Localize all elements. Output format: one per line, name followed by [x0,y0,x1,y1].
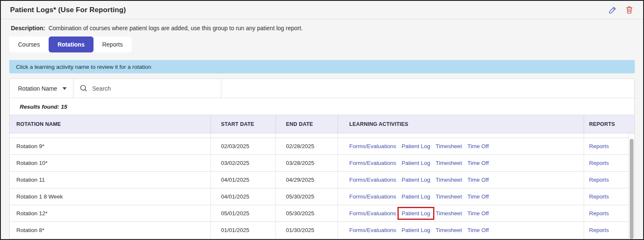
tab-rotations[interactable]: Rotations [49,37,93,52]
info-banner-text: Click a learning activity name to review… [16,64,151,70]
results-label: Results found: [20,104,60,110]
start-date-cell: 05/01/2025 [211,205,276,222]
search-field-select[interactable]: Rotation Name [10,79,73,98]
description-text: Combination of courses where patient log… [49,25,303,31]
start-date-cell: 03/02/2025 [211,155,276,171]
table-body: Rotation 9*02/03/202502/28/2025Forms/Eva… [10,133,634,239]
activity-link-timesheet[interactable]: Timesheet [436,193,462,200]
reports-link[interactable]: Reports [589,177,609,183]
table-row: Rotation 9*02/03/202502/28/2025Forms/Eva… [10,138,628,155]
activity-link-timesheet[interactable]: Timesheet [436,160,462,166]
rotation-name-cell: Rotation 11 [10,172,211,188]
table-header: ROTATION NAMESTART DATEEND DATELEARNING … [10,115,634,133]
activity-link-time-off[interactable]: Time Off [467,143,489,149]
search-input[interactable] [92,85,214,92]
start-date-cell: 04/01/2025 [211,172,276,188]
activity-link-patient-log[interactable]: Patient Log [402,177,430,183]
activity-link-forms-evaluations[interactable]: Forms/Evaluations [349,227,396,233]
description-label: Description: [11,25,45,31]
activity-link-timesheet[interactable]: Timesheet [436,227,462,233]
table-row: Rotation 1104/01/202504/29/2025Forms/Eva… [10,172,628,188]
tab-courses[interactable]: Courses [9,37,49,52]
activity-link-forms-evaluations[interactable]: Forms/Evaluations [349,160,396,166]
column-header: ROTATION NAME [10,115,211,133]
learning-activities-cell: Forms/EvaluationsPatient LogTimesheetTim… [338,155,584,171]
info-banner: Click a learning activity name to review… [9,60,635,73]
results-value: 15 [61,104,67,110]
learning-activities-cell: Forms/EvaluationsPatient LogTimesheetTim… [338,138,584,154]
rotation-name-cell: Rotation 12* [10,205,211,222]
reports-link[interactable]: Reports [589,227,609,233]
table-row: Rotation 8*01/01/202501/30/2025Forms/Eva… [10,222,628,239]
activity-link-timesheet[interactable]: Timesheet [436,143,462,149]
activity-link-time-off[interactable]: Time Off [467,160,489,166]
activity-link-time-off[interactable]: Time Off [467,177,489,183]
learning-activities-cell: Forms/EvaluationsPatient LogTimesheetTim… [338,205,584,222]
reports-link[interactable]: Reports [589,193,609,200]
rotation-name-cell: Rotation 8* [10,222,211,238]
vertical-scrollbar[interactable] [628,133,634,239]
start-date-cell: 02/03/2025 [211,138,276,154]
table-row: Rotation 10*03/02/202503/28/2025Forms/Ev… [10,155,628,172]
rotation-name-cell: Rotation 10* [10,155,211,171]
activity-link-timesheet[interactable]: Timesheet [436,177,462,183]
column-header: END DATE [276,115,338,133]
activity-link-timesheet[interactable]: Timesheet [436,210,462,217]
activity-link-forms-evaluations[interactable]: Forms/Evaluations [349,193,396,200]
learning-activities-cell: Forms/EvaluationsPatient LogTimesheetTim… [338,172,584,188]
pencil-icon[interactable] [608,5,617,15]
rotation-name-cell: Rotation 9* [10,138,211,154]
table-row: Rotation 12*05/01/202505/30/2025Forms/Ev… [10,205,628,222]
reports-link[interactable]: Reports [589,143,609,149]
search-box [73,79,221,98]
chevron-down-icon [62,87,67,90]
activity-link-time-off[interactable]: Time Off [467,227,489,233]
partial-row [10,133,628,138]
reports-cell: Reports [584,222,628,238]
search-field-selected: Rotation Name [18,85,57,92]
reports-link[interactable]: Reports [589,160,609,166]
patient-logs-page: Patient Logs* (Use For Reporting) Descri… [0,0,644,240]
scrollbar-thumb[interactable] [630,139,634,239]
reports-link[interactable]: Reports [589,210,609,217]
page-title: Patient Logs* (Use For Reporting) [10,6,126,14]
activity-link-time-off[interactable]: Time Off [467,193,489,200]
activity-link-patient-log[interactable]: Patient Log [402,227,430,233]
rotations-panel: Rotation Name Results found: 15 ROTATION… [9,78,635,239]
search-row: Rotation Name [10,79,634,98]
activity-link-forms-evaluations[interactable]: Forms/Evaluations [349,143,396,149]
magnifier-icon [80,84,88,92]
column-header: START DATE [211,115,276,133]
description-row: Description:Combination of courses where… [1,19,643,31]
reports-cell: Reports [584,138,628,154]
results-count: Results found: 15 [10,98,634,115]
start-date-cell: 04/01/2025 [211,188,276,205]
reports-cell: Reports [584,188,628,205]
title-actions [608,5,634,15]
end-date-cell: 05/30/2025 [276,205,338,222]
rotation-name-cell: Rotation 1 8 Week [10,188,211,205]
activity-link-time-off[interactable]: Time Off [467,210,489,217]
activity-link-patient-log[interactable]: Patient Log [402,193,430,200]
learning-activities-cell: Forms/EvaluationsPatient LogTimesheetTim… [338,188,584,205]
reports-cell: Reports [584,172,628,188]
end-date-cell: 01/30/2025 [276,222,338,238]
end-date-cell: 02/28/2025 [276,138,338,154]
table-rows: Rotation 9*02/03/202502/28/2025Forms/Eva… [10,133,628,239]
reports-cell: Reports [584,205,628,222]
activity-link-forms-evaluations[interactable]: Forms/Evaluations [349,177,396,183]
start-date-cell: 01/01/2025 [211,222,276,238]
end-date-cell: 05/30/2025 [276,188,338,205]
tabs-container: Courses Rotations Reports [9,37,643,52]
end-date-cell: 03/28/2025 [276,155,338,171]
end-date-cell: 04/29/2025 [276,172,338,188]
tab-reports[interactable]: Reports [93,37,132,52]
activity-link-forms-evaluations[interactable]: Forms/Evaluations [349,210,396,217]
activity-link-patient-log-highlighted[interactable]: Patient Log [397,207,434,220]
trash-icon[interactable] [625,5,634,15]
title-bar: Patient Logs* (Use For Reporting) [1,1,643,19]
activity-link-patient-log[interactable]: Patient Log [402,143,430,149]
activity-link-patient-log[interactable]: Patient Log [402,160,430,166]
table-row: Rotation 1 8 Week04/01/202505/30/2025For… [10,188,628,205]
column-header: REPORTS [584,115,634,133]
